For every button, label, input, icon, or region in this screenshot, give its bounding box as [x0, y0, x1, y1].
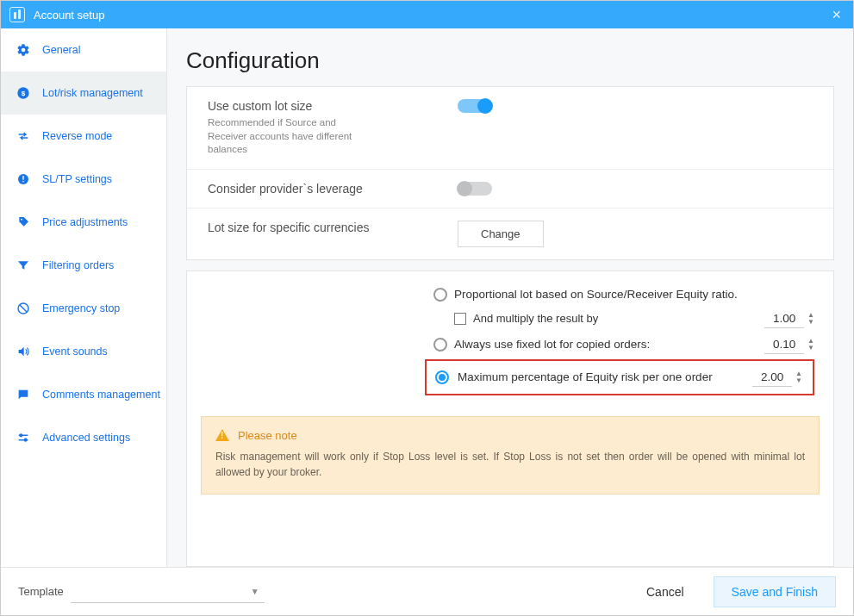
control-specific-currencies: Change [458, 221, 813, 247]
dollar-icon: $ [15, 86, 32, 100]
sidebar-item-label: Advanced settings [42, 432, 130, 444]
arrow-down-icon[interactable]: ▼ [807, 345, 814, 352]
option-proportional[interactable]: Proportional lot based on Source/Receive… [433, 287, 820, 302]
label-multiply: And multiply the result by [473, 312, 598, 325]
row-provider-leverage: Consider provider`s leverage [187, 170, 833, 208]
sidebar-item-advanced[interactable]: Advanced settings [1, 416, 166, 459]
sidebar-item-reverse[interactable]: Reverse mode [1, 115, 166, 158]
save-button[interactable]: Save and Finish [714, 576, 836, 607]
svg-point-8 [24, 439, 27, 441]
option-max-risk[interactable]: Maximum percentage of Equity risk per on… [425, 359, 814, 395]
svg-point-7 [20, 434, 22, 437]
value-max-risk[interactable]: 2.00 [752, 368, 792, 387]
svg-rect-4 [22, 181, 23, 182]
reverse-icon [15, 129, 32, 143]
arrow-down-icon[interactable]: ▼ [795, 377, 802, 384]
toggle-custom-lot[interactable] [458, 99, 492, 113]
sidebar-item-comments[interactable]: Comments management [1, 373, 166, 416]
custom-lot-sub: Recommended if Source and Receiver accou… [208, 116, 363, 157]
sidebar-item-emergency[interactable]: Emergency stop [1, 287, 166, 330]
filter-icon [15, 258, 32, 272]
label-max-risk: Maximum percentage of Equity risk per on… [458, 370, 752, 383]
arrow-down-icon[interactable]: ▼ [807, 319, 814, 326]
cancel-button[interactable]: Cancel [633, 578, 698, 606]
options-panel[interactable]: Proportional lot based on Source/Receive… [186, 271, 834, 567]
sidebar-item-sounds[interactable]: Event sounds [1, 330, 166, 373]
close-icon[interactable]: × [828, 6, 845, 24]
svg-rect-3 [22, 176, 23, 180]
spinner-max-risk[interactable]: 2.00 ▲▼ [752, 368, 807, 387]
main-panel: Configuration Use custom lot size Recomm… [167, 28, 853, 567]
option-fixed[interactable]: Always use fixed lot for copied orders: … [433, 335, 820, 354]
row-specific-currencies: Lot size for specific currencies Change [187, 208, 833, 259]
window-title: Account setup [34, 9, 828, 22]
sidebar-item-general[interactable]: General [1, 28, 166, 72]
label-fixed: Always use fixed lot for copied orders: [454, 337, 764, 352]
sound-icon [15, 345, 32, 358]
value-multiply[interactable]: 1.00 [764, 309, 804, 328]
checkbox-multiply[interactable] [454, 313, 466, 325]
note-head: Please note [215, 429, 805, 442]
spinner-multiply[interactable]: 1.00 ▲▼ [764, 309, 820, 328]
note-body: Risk management will work only if Stop L… [215, 449, 805, 480]
label-provider-leverage: Consider provider`s leverage [208, 182, 458, 196]
change-button[interactable]: Change [458, 221, 544, 247]
value-fixed[interactable]: 0.10 [764, 335, 804, 354]
sidebar-item-label: Reverse mode [42, 130, 112, 142]
radio-max-risk[interactable] [435, 370, 449, 384]
control-provider-leverage [458, 182, 813, 196]
row-custom-lot: Use custom lot size Recommended if Sourc… [187, 87, 833, 170]
app-icon [9, 7, 25, 22]
option-multiply: And multiply the result by 1.00 ▲▼ [454, 309, 820, 328]
toggle-provider-leverage[interactable] [458, 182, 492, 196]
template-select[interactable]: ▼ [71, 581, 265, 603]
note-title: Please note [238, 429, 297, 442]
note-box: Please note Risk management will work on… [201, 416, 820, 495]
warning-icon [215, 429, 229, 441]
sidebar-item-lot-risk[interactable]: $ Lot/risk management [1, 72, 166, 115]
body: General $ Lot/risk management Reverse mo… [1, 28, 853, 567]
sidebar-item-price[interactable]: Price adjustments [1, 201, 166, 244]
titlebar: Account setup × [1, 1, 853, 28]
sidebar-item-label: General [42, 44, 80, 56]
options-inner: Proportional lot based on Source/Receive… [187, 271, 833, 512]
sidebar: General $ Lot/risk management Reverse mo… [1, 28, 167, 567]
comment-icon [15, 388, 32, 401]
tag-icon [15, 215, 32, 229]
sidebar-item-label: SL/TP settings [42, 173, 112, 185]
sliders-icon [15, 431, 32, 445]
sidebar-item-label: Filtering orders [42, 259, 114, 271]
sidebar-item-filter[interactable]: Filtering orders [1, 244, 166, 287]
control-custom-lot [458, 99, 813, 113]
custom-lot-title: Use custom lot size [208, 99, 458, 113]
stop-icon [15, 302, 32, 315]
svg-text:$: $ [22, 90, 26, 97]
radio-proportional[interactable] [433, 288, 447, 302]
label-specific-currencies: Lot size for specific currencies [208, 221, 458, 234]
sidebar-item-label: Price adjustments [42, 216, 128, 228]
gear-icon [15, 43, 32, 57]
svg-point-5 [21, 219, 22, 221]
settings-card: Use custom lot size Recommended if Sourc… [186, 86, 834, 260]
window: Account setup × General $ Lot/risk manag… [0, 0, 854, 616]
footer: Template ▼ Cancel Save and Finish [1, 567, 853, 615]
sidebar-item-label: Emergency stop [42, 302, 120, 314]
sidebar-item-label: Comments management [42, 389, 160, 401]
radio-fixed[interactable] [433, 338, 447, 352]
sidebar-item-label: Event sounds [42, 345, 108, 358]
spinner-fixed[interactable]: 0.10 ▲▼ [764, 335, 820, 354]
page-title: Configuration [186, 47, 834, 74]
alert-icon [15, 172, 32, 186]
caret-down-icon: ▼ [251, 587, 259, 596]
label-custom-lot: Use custom lot size Recommended if Sourc… [208, 99, 458, 157]
sidebar-item-label: Lot/risk management [42, 87, 143, 99]
label-proportional: Proportional lot based on Source/Receive… [454, 287, 820, 302]
template-label: Template [18, 585, 64, 598]
sidebar-item-sltp[interactable]: SL/TP settings [1, 158, 166, 201]
